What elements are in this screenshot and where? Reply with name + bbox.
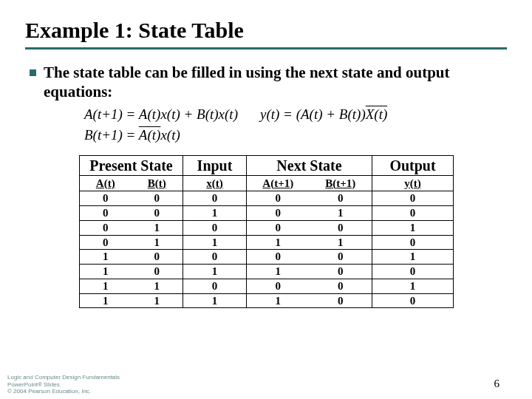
equation-y-bar: X(t) (366, 106, 388, 122)
footer-credits: Logic and Computer Design Fundamentals P… (7, 374, 120, 395)
table-row: 1 0 1 1 0 0 (80, 265, 454, 279)
cell: 0 (247, 220, 310, 235)
cell: 0 (132, 265, 183, 279)
cell: 1 (132, 235, 183, 250)
cell: 1 (80, 250, 132, 265)
cell: 1 (132, 220, 183, 235)
cell: 1 (132, 293, 183, 308)
cell: 0 (247, 191, 310, 206)
table-group-header-row: Present State Input Next State Output (80, 155, 454, 175)
table-row: 0 1 1 1 1 0 (80, 235, 454, 250)
bullet-text: The state table can be filled in using t… (44, 63, 507, 102)
sub-header-a-t1: A(t+1) (247, 175, 310, 191)
cell: 1 (183, 293, 247, 308)
cell: 0 (372, 293, 454, 308)
table-row: 0 0 1 0 1 0 (80, 206, 454, 221)
cell: 1 (80, 279, 132, 293)
bullet-item: The state table can be filled in using t… (25, 63, 507, 102)
slide: Example 1: State Table The state table c… (0, 0, 532, 308)
cell: 1 (372, 220, 454, 235)
cell: 0 (310, 250, 372, 265)
equations-block: A(t+1) = A(t)x(t) + B(t)x(t) y(t) = (A(t… (25, 106, 507, 143)
state-table-wrap: Present State Input Next State Output A(… (79, 155, 453, 309)
sub-header-a-t: A(t) (80, 175, 132, 191)
sub-header-x-t: x(t) (183, 175, 247, 191)
cell: 0 (183, 191, 247, 206)
equation-b-next: B(t+1) = A(t)x(t) (84, 127, 180, 143)
footer-line-2: PowerPoint® Slides (7, 381, 120, 388)
equation-a-next: A(t+1) = A(t)x(t) + B(t)x(t) (84, 106, 238, 123)
cell: 0 (247, 279, 310, 293)
equation-y-output: y(t) = (A(t) + B(t))X(t) (260, 106, 387, 123)
cell: 1 (372, 279, 454, 293)
state-table-body: 0 0 0 0 0 0 0 0 1 0 1 0 0 1 (80, 191, 454, 308)
cell: 1 (247, 235, 310, 250)
cell: 0 (80, 235, 132, 250)
group-header-present-state: Present State (80, 155, 183, 175)
cell: 0 (80, 220, 132, 235)
cell: 0 (372, 235, 454, 250)
sub-header-b-t: B(t) (132, 175, 183, 191)
equation-b-bar: A(t) (139, 127, 161, 143)
table-row: 1 0 0 0 0 1 (80, 250, 454, 265)
cell: 0 (310, 279, 372, 293)
cell: 1 (310, 206, 372, 221)
group-header-next-state: Next State (247, 155, 372, 175)
cell: 1 (80, 293, 132, 308)
group-header-input: Input (183, 155, 247, 175)
bullet-square-icon (30, 69, 36, 76)
state-table: Present State Input Next State Output A(… (79, 155, 454, 309)
cell: 0 (183, 220, 247, 235)
cell: 0 (372, 206, 454, 221)
page-title: Example 1: State Table (25, 18, 507, 43)
cell: 0 (247, 206, 310, 221)
cell: 1 (80, 265, 132, 279)
cell: 0 (132, 191, 183, 206)
cell: 1 (310, 235, 372, 250)
table-row: 0 0 0 0 0 0 (80, 191, 454, 206)
cell: 1 (132, 279, 183, 293)
cell: 1 (247, 293, 310, 308)
title-underline (25, 47, 507, 50)
cell: 0 (310, 191, 372, 206)
table-sub-header-row: A(t) B(t) x(t) A(t+1) B(t+1) y(t) (80, 175, 454, 191)
cell: 0 (80, 206, 132, 221)
equation-b-prefix: B(t+1) = (84, 127, 139, 143)
cell: 0 (310, 293, 372, 308)
cell: 0 (310, 220, 372, 235)
cell: 1 (183, 206, 247, 221)
cell: 0 (132, 206, 183, 221)
cell: 1 (247, 265, 310, 279)
equation-b-suffix: x(t) (160, 127, 180, 143)
sub-header-y-t: y(t) (372, 175, 454, 191)
footer-line-1: Logic and Computer Design Fundamentals (7, 374, 120, 381)
cell: 1 (372, 250, 454, 265)
group-header-output: Output (372, 155, 454, 175)
cell: 0 (310, 265, 372, 279)
cell: 0 (132, 250, 183, 265)
cell: 1 (183, 265, 247, 279)
cell: 0 (372, 265, 454, 279)
cell: 1 (183, 235, 247, 250)
table-row: 0 1 0 0 0 1 (80, 220, 454, 235)
cell: 0 (80, 191, 132, 206)
table-row: 1 1 1 1 0 0 (80, 293, 454, 308)
sub-header-b-t1: B(t+1) (310, 175, 372, 191)
table-row: 1 1 0 0 0 1 (80, 279, 454, 293)
cell: 0 (247, 250, 310, 265)
footer-line-3: © 2004 Pearson Education, Inc. (7, 388, 120, 395)
cell: 0 (372, 191, 454, 206)
cell: 0 (183, 250, 247, 265)
equation-y-prefix: y(t) = (A(t) + B(t)) (260, 106, 366, 122)
page-number: 6 (494, 378, 500, 390)
cell: 0 (183, 279, 247, 293)
